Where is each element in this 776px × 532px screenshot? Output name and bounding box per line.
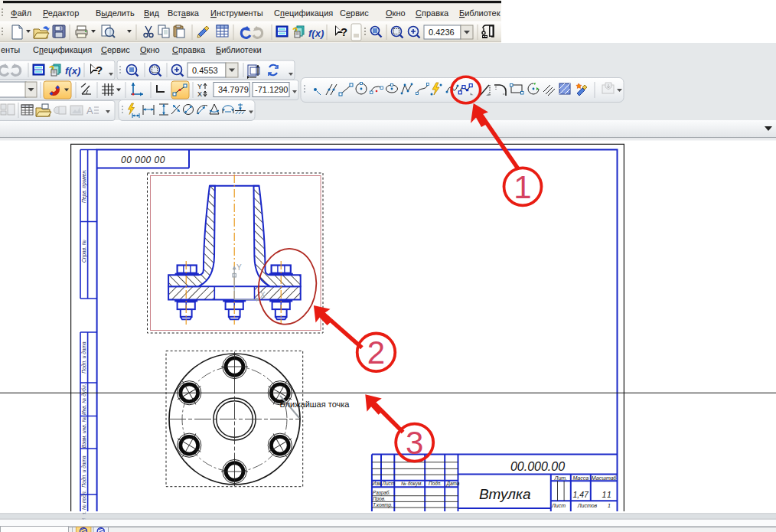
svg-text:Масштаб: Масштаб [592, 475, 618, 481]
svg-text:Подп. и дата: Подп. и дата [81, 455, 86, 488]
svg-text:Библиотеки: Библиотеки [216, 45, 262, 54]
svg-text:3: 3 [406, 425, 423, 461]
svg-text:2: 2 [367, 335, 385, 370]
svg-text:Изм: Изм [373, 481, 382, 486]
svg-text:11: 11 [602, 490, 613, 499]
svg-text:Спецификация: Спецификация [274, 8, 333, 18]
svg-text:Пров.: Пров. [373, 496, 386, 502]
svg-text:A: A [86, 105, 93, 116]
svg-text:?: ? [96, 64, 103, 77]
svg-text:Вид: Вид [144, 8, 159, 18]
svg-text:Файл: Файл [11, 8, 31, 18]
svg-text:0.4236: 0.4236 [429, 28, 455, 37]
svg-text:Выделить: Выделить [96, 8, 135, 18]
svg-text:енты: енты [1, 45, 20, 54]
svg-text:Дата: Дата [446, 481, 460, 487]
svg-text:Втулка: Втулка [479, 486, 531, 502]
svg-text:Вставка: Вставка [168, 8, 200, 18]
svg-text:Подп. и дата: Подп. и дата [81, 341, 86, 374]
svg-text:Окно: Окно [386, 8, 406, 18]
svg-text:1,47: 1,47 [572, 490, 589, 499]
svg-text:Справ. №: Справ. № [81, 240, 87, 263]
svg-text:Лит.: Лит. [554, 475, 567, 481]
svg-text:?: ? [341, 25, 347, 38]
svg-text:Сервис: Сервис [101, 45, 130, 54]
svg-text:1: 1 [608, 503, 611, 508]
svg-text:00 000 00: 00 000 00 [121, 155, 165, 165]
svg-text:00.000.00: 00.000.00 [510, 460, 565, 473]
svg-text:X: X [197, 90, 202, 98]
svg-text:Инструменты: Инструменты [210, 8, 263, 18]
svg-text:Справка: Справка [172, 45, 206, 54]
svg-text:Спецификация: Спецификация [33, 45, 92, 54]
svg-text:Справка: Справка [416, 8, 449, 18]
svg-text:Масса: Масса [572, 475, 589, 481]
svg-text:Лист: Лист [551, 503, 566, 508]
svg-text:Лист: Лист [382, 481, 396, 486]
svg-text:1: 1 [514, 169, 531, 205]
svg-text:Y: Y [197, 83, 202, 90]
svg-text:Подп.: Подп. [429, 481, 442, 486]
svg-text:-71.1290: -71.1290 [255, 85, 288, 94]
svg-text:f(x): f(x) [65, 65, 80, 77]
svg-text:№ докум.: № докум. [401, 481, 422, 487]
svg-text:Перв. примен.: Перв. примен. [81, 169, 87, 203]
svg-text:Т.контр.: Т.контр. [373, 502, 393, 508]
svg-text:X: X [260, 291, 266, 299]
svg-text:f(x): f(x) [308, 28, 324, 39]
svg-text:0.4553: 0.4553 [192, 66, 218, 75]
svg-text:34.7979: 34.7979 [218, 85, 249, 94]
svg-text:Инв. № дубл.: Инв. № дубл. [81, 383, 87, 415]
svg-text:Y: Y [236, 263, 242, 272]
svg-text:Сервис: Сервис [340, 8, 369, 18]
svg-text:Редактор: Редактор [43, 8, 79, 18]
svg-text:Листов: Листов [577, 503, 598, 508]
svg-text:Взам. инв. №: Взам. инв. № [81, 416, 86, 448]
svg-text:Окно: Окно [140, 45, 160, 54]
svg-text:Ближайшая точка: Ближайшая точка [280, 400, 351, 409]
svg-text:Разраб.: Разраб. [373, 490, 390, 496]
svg-text:Библиотек: Библиотек [459, 8, 500, 18]
